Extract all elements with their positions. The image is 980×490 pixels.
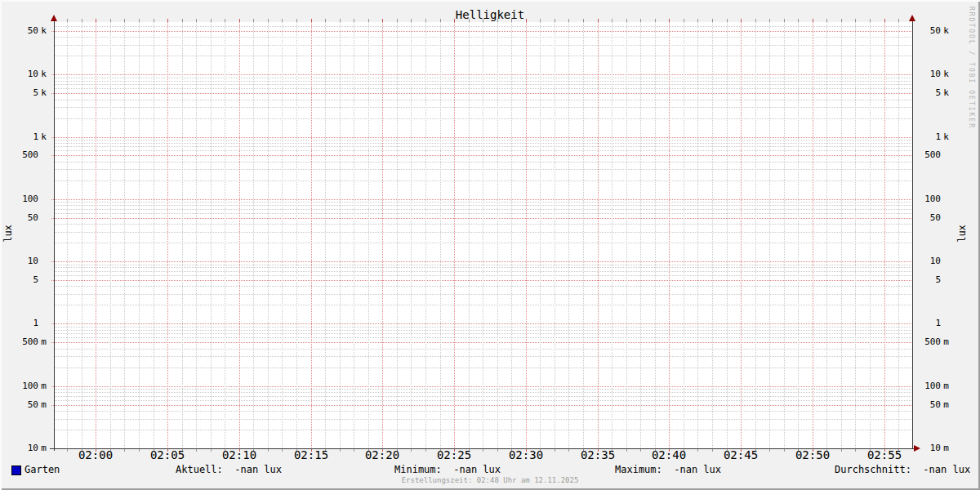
axis-tick-top [411, 19, 412, 22]
axis-tick-top [841, 19, 842, 22]
y-axis-right [912, 16, 913, 448]
axis-tick-top [311, 19, 312, 22]
gridline-v [712, 22, 713, 448]
axis-tick-top [340, 19, 341, 22]
y-axis-tick-label-left: 5 [0, 274, 49, 286]
gridline-v [454, 22, 455, 448]
y-tick-suffix: m [941, 381, 951, 392]
gridline-v [826, 22, 827, 448]
gridline-v [598, 22, 599, 448]
axis-tick-top [798, 19, 799, 22]
gridline-h [51, 31, 912, 32]
x-axis-tick-label: 02:00 [67, 449, 124, 461]
axis-tick-top [196, 19, 197, 22]
y-tick-suffix: k [38, 87, 49, 99]
gridline-v [196, 22, 197, 448]
gridline-h [51, 342, 912, 343]
y-tick-suffix: k [941, 131, 951, 143]
axis-tick-top [483, 19, 483, 22]
gridline-v [583, 22, 584, 448]
axis-tick-top [813, 19, 813, 22]
axis-tick-bottom [124, 449, 125, 452]
gridline-v [425, 22, 426, 448]
gridline-v [540, 22, 541, 448]
gridline-v [167, 22, 168, 448]
rrdtool-watermark: RRDTOOL / TOBI OETIKER [968, 7, 975, 129]
axis-tick-top [96, 19, 96, 22]
axis-tick-top [712, 19, 713, 22]
axis-tick-bottom [196, 449, 197, 452]
y-axis-tick-label-left: 50m [0, 399, 49, 411]
x-axis-tick-label: 02:05 [139, 449, 196, 461]
gridline-v [655, 22, 656, 448]
y-axis-tick-label-right: 500 [924, 149, 951, 161]
y-axis-tick-label-right: 1 [924, 318, 951, 329]
gridline-h [51, 261, 912, 262]
axis-tick-top [626, 19, 627, 22]
axis-tick-bottom [626, 449, 627, 452]
axis-tick-top [598, 19, 599, 22]
gridline-v [96, 22, 96, 448]
axis-tick-top [511, 19, 512, 22]
axis-tick-top [182, 19, 183, 22]
y-tick-value: 1 [924, 318, 941, 329]
gridline-h [51, 323, 912, 324]
y-tick-value: 5 [924, 274, 941, 286]
axis-tick-top [154, 19, 154, 22]
gridline-v [411, 22, 412, 448]
gridline-v [855, 22, 856, 448]
x-axis-tick-label: 02:10 [211, 449, 268, 461]
axis-tick-top [669, 19, 670, 22]
y-tick-value: 5 [0, 87, 38, 99]
gridline-v [154, 22, 154, 448]
y-tick-value: 5 [924, 87, 941, 99]
axis-tick-top [67, 19, 68, 22]
y-tick-value: 1 [924, 131, 941, 143]
legend-stat-minimum: Minimum: -nan lux [394, 464, 501, 476]
gridline-v [239, 22, 240, 448]
gridline-v [798, 22, 799, 448]
y-axis-tick-label-left: 500m [0, 336, 49, 348]
x-axis-tick-label: 02:25 [425, 449, 483, 461]
axis-tick-top [253, 19, 254, 22]
axis-tick-top [167, 19, 168, 22]
gridline-v [841, 22, 842, 448]
y-tick-suffix: k [38, 69, 49, 80]
legend-stat-maximum: Maximum: -nan lux [615, 464, 721, 476]
y-tick-suffix: m [38, 381, 49, 392]
gridline-v [253, 22, 254, 448]
y-tick-value: 10 [0, 443, 38, 454]
axis-tick-top [898, 19, 899, 22]
gridline-v [755, 22, 756, 448]
axis-tick-top [239, 19, 240, 22]
axis-tick-top [855, 19, 856, 22]
y-tick-value: 5 [0, 274, 38, 286]
y-axis-tick-label-right: 5 [924, 274, 951, 286]
x-axis-tick-label: 02:20 [354, 449, 411, 461]
y-tick-suffix: m [38, 336, 49, 348]
y-tick-value: 500 [924, 149, 941, 161]
chart-title: Helligkeit [0, 8, 980, 21]
y-axis-tick-label-left: 50k [0, 25, 49, 37]
axis-tick-top [497, 19, 498, 22]
x-axis-tick-label: 02:30 [497, 449, 555, 461]
y-axis-tick-label-left: 100 [0, 194, 49, 205]
gridline-v [340, 22, 341, 448]
rrdtool-graph: Helligkeit 50k50k10k10k5k5k1k1k500500100… [0, 0, 980, 490]
axis-tick-top [354, 19, 354, 22]
legend-stat-aktuell: Aktuell: -nan lux [176, 464, 282, 476]
gridline-v [282, 22, 283, 448]
y-axis-tick-label-right: 1k [924, 131, 951, 143]
y-axis-tick-label-left: 100m [0, 381, 49, 392]
y-tick-suffix: m [941, 443, 951, 454]
gridline-h [51, 280, 912, 281]
axis-tick-bottom [697, 449, 698, 452]
axis-tick-top [425, 19, 426, 22]
axis-tick-bottom [769, 449, 770, 452]
gridline-h [51, 386, 912, 387]
axis-tick-top [684, 19, 684, 22]
axis-tick-top [296, 19, 297, 22]
gridline-v [325, 22, 326, 448]
gridline-v [382, 22, 383, 448]
axis-tick-top [368, 19, 369, 22]
